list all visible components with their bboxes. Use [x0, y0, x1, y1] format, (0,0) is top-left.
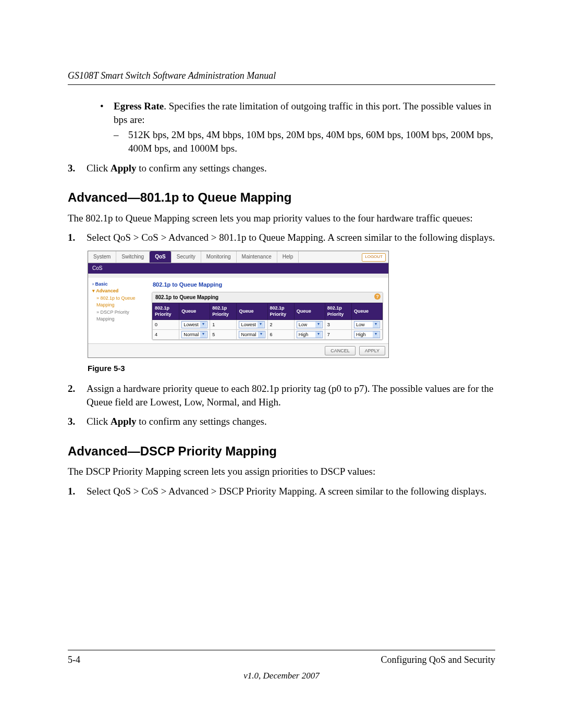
- section-title: Configuring QoS and Security: [381, 655, 495, 665]
- chevron-down-icon: ▾: [200, 331, 206, 338]
- nav-basic[interactable]: › Basic: [92, 281, 150, 288]
- logout-button[interactable]: LOGOUT: [362, 253, 386, 262]
- table-row: 4 Normal▾ 5 Normal▾ 6 High▾ 7 High▾: [153, 329, 383, 339]
- egress-rate-label: Egress Rate: [114, 101, 164, 112]
- tab-system[interactable]: System: [88, 251, 116, 263]
- step-1-8021p: 1. Select QoS > CoS > Advanced > 801.1p …: [68, 231, 495, 244]
- table-row: 0 Lowest▾ 1 Lowest▾ 2 Low▾ 3 Low▾: [153, 319, 383, 329]
- step-num: 2.: [68, 382, 87, 409]
- dash-mark: –: [114, 128, 128, 155]
- footer-rule: [68, 650, 495, 650]
- step-num: 1.: [68, 231, 87, 244]
- col-priority: 802.1p Priority: [153, 303, 179, 319]
- queue-select-3[interactable]: Low▾: [354, 321, 380, 328]
- queue-select-6[interactable]: High▾: [297, 331, 323, 338]
- stripe: [88, 274, 388, 278]
- help-icon[interactable]: ?: [374, 293, 381, 300]
- priority-cell: 5: [210, 329, 237, 339]
- step-text-pre: Click: [87, 163, 111, 174]
- para-8021p: The 802.1p to Queue Mapping screen lets …: [68, 212, 495, 225]
- col-queue: Queue: [237, 303, 267, 319]
- queue-select-7[interactable]: High▾: [354, 331, 380, 338]
- dash-values: – 512K bps, 2M bps, 4M bbps, 10M bps, 20…: [114, 128, 495, 155]
- tab-bar: System Switching QoS Security Monitoring…: [88, 251, 388, 263]
- step-text: Assign a hardware priority queue to each…: [87, 382, 495, 409]
- priority-cell: 2: [267, 319, 294, 329]
- tab-qos[interactable]: QoS: [150, 251, 172, 263]
- page-number: 5-4: [68, 655, 80, 665]
- col-queue: Queue: [294, 303, 325, 319]
- chevron-down-icon: ▾: [315, 331, 322, 338]
- dash-text: 512K bps, 2M bps, 4M bbps, 10M bps, 20M …: [128, 128, 495, 155]
- step-text: Select QoS > CoS > Advanced > DSCP Prior…: [87, 485, 486, 498]
- step-text-pre: Click: [87, 416, 111, 427]
- bullet-dot: •: [100, 100, 114, 126]
- step-3-top: 3. Click Apply to confirm any settings c…: [68, 162, 495, 175]
- heading-dscp: Advanced—DSCP Priority Mapping: [68, 443, 495, 460]
- queue-select-2[interactable]: Low▾: [297, 321, 323, 328]
- step-1-dscp: 1. Select QoS > CoS > Advanced > DSCP Pr…: [68, 485, 495, 498]
- heading-8021p: Advanced—801.1p to Queue Mapping: [68, 189, 495, 206]
- col-queue: Queue: [351, 303, 382, 319]
- priority-cell: 6: [267, 329, 294, 339]
- nav-8021p-queue[interactable]: » 802.1p to Queue: [96, 295, 150, 302]
- nav-dscp-priority-2[interactable]: Mapping: [96, 316, 150, 323]
- apply-button[interactable]: APPLY: [359, 346, 385, 355]
- running-header: GS108T Smart Switch Software Administrat…: [68, 70, 495, 85]
- tab-switching[interactable]: Switching: [116, 251, 150, 263]
- tab-security[interactable]: Security: [172, 251, 201, 263]
- priority-cell: 3: [325, 319, 351, 329]
- step-text-post: to confirm any settings changes.: [137, 416, 267, 427]
- panel-title: 802.1p to Queue Mapping: [153, 281, 383, 289]
- cancel-button[interactable]: CANCEL: [325, 346, 356, 355]
- step-text: Select QoS > CoS > Advanced > 801.1p to …: [87, 231, 495, 244]
- version-line: v1.0, December 2007: [68, 671, 495, 681]
- chevron-down-icon: ▾: [258, 322, 264, 328]
- queue-select-4[interactable]: Normal▾: [181, 331, 207, 338]
- chevron-down-icon: ▾: [258, 331, 264, 338]
- chevron-down-icon: ▾: [315, 322, 322, 328]
- para-dscp: The DSCP Priority Mapping screen lets yo…: [68, 465, 495, 478]
- panel-box-header: 802.1p to Queue Mapping ?: [152, 292, 383, 303]
- subnav-cos[interactable]: CoS: [88, 263, 388, 274]
- nav-8021p-queue-2[interactable]: Mapping: [96, 302, 150, 309]
- apply-word: Apply: [111, 416, 137, 427]
- tab-help[interactable]: Help: [277, 251, 299, 263]
- left-nav: › Basic ▾ Advanced » 802.1p to Queue Map…: [88, 278, 152, 343]
- chevron-down-icon: ▾: [373, 331, 379, 338]
- step-3-8021p: 3. Click Apply to confirm any settings c…: [68, 415, 495, 428]
- apply-word: Apply: [111, 163, 137, 174]
- queue-select-5[interactable]: Normal▾: [239, 331, 265, 338]
- figure-caption: Figure 5-3: [88, 363, 495, 374]
- step-num: 3.: [68, 162, 87, 175]
- priority-cell: 4: [153, 329, 179, 339]
- step-text-post: to confirm any settings changes.: [137, 163, 267, 174]
- queue-select-0[interactable]: Lowest▾: [181, 321, 207, 328]
- nav-dscp-priority[interactable]: » DSCP Priority: [96, 309, 150, 316]
- col-priority: 802.1p Priority: [267, 303, 294, 319]
- step-2-8021p: 2. Assign a hardware priority queue to e…: [68, 382, 495, 409]
- egress-rate-text: . Specifies the rate limitation of outgo…: [114, 101, 492, 125]
- bullet-egress-rate: • Egress Rate. Specifies the rate limita…: [100, 100, 495, 126]
- nav-advanced[interactable]: ▾ Advanced: [92, 288, 150, 295]
- col-queue: Queue: [179, 303, 210, 319]
- priority-cell: 1: [210, 319, 237, 329]
- chevron-down-icon: ▾: [200, 322, 206, 328]
- step-num: 1.: [68, 485, 87, 498]
- queue-mapping-table: 802.1p Priority Queue 802.1p Priority Qu…: [152, 303, 383, 340]
- col-priority: 802.1p Priority: [210, 303, 237, 319]
- screenshot-footer: CANCEL APPLY: [88, 343, 388, 357]
- screenshot-8021p: System Switching QoS Security Monitoring…: [88, 251, 389, 358]
- col-priority: 802.1p Priority: [325, 303, 351, 319]
- queue-select-1[interactable]: Lowest▾: [239, 321, 265, 328]
- tab-monitoring[interactable]: Monitoring: [201, 251, 237, 263]
- panel-box: 802.1p to Queue Mapping ? 802.1p Priorit…: [152, 292, 383, 340]
- priority-cell: 0: [153, 319, 179, 329]
- priority-cell: 7: [325, 329, 351, 339]
- step-num: 3.: [68, 415, 87, 428]
- tab-maintenance[interactable]: Maintenance: [237, 251, 277, 263]
- chevron-down-icon: ▾: [373, 322, 379, 328]
